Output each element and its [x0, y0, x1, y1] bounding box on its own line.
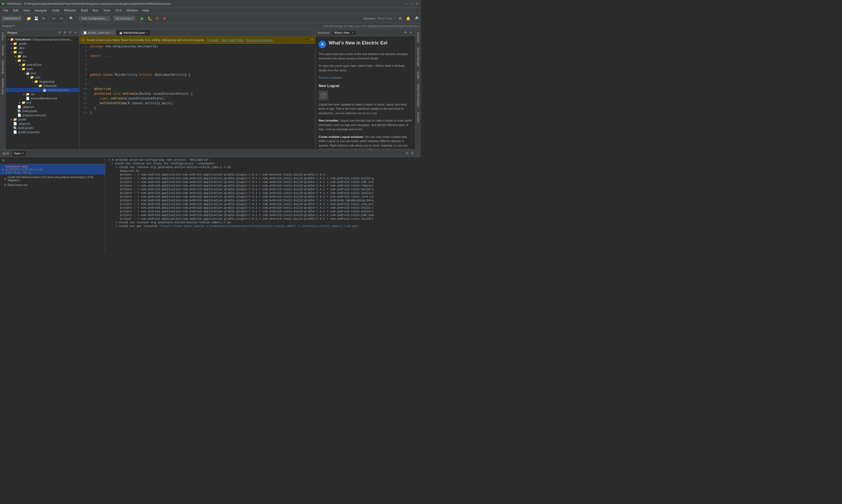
gradle-show-log-link[interactable]: Show Log in Explorer — [246, 38, 273, 41]
toolbar-save[interactable]: 💾 — [33, 15, 40, 22]
menu-edit[interactable]: Edit — [11, 8, 20, 13]
tree-item-gitignore-root[interactable]: 📄 .gitignore — [6, 122, 79, 126]
menu-file[interactable]: File — [1, 8, 10, 13]
project-gear-icon[interactable]: ⚙ — [57, 30, 62, 35]
tree-item-idea[interactable]: ▶ 📁 .idea — [6, 46, 79, 50]
tab-main-activity[interactable]: ☕ MainActivity.java ✕ — [116, 30, 151, 35]
code-editor[interactable]: 1 package com.dingjiaxiong.helloworld; 2… — [79, 44, 315, 149]
bottom-panel-sync-tab[interactable]: Sync ✕ — [12, 150, 26, 156]
menu-build[interactable]: Build — [79, 8, 90, 13]
tree-item-dingjiaxiong[interactable]: ▾ 📁 dingjiaxiong — [6, 79, 79, 84]
right-tab-gradle[interactable]: Gradle — [416, 69, 420, 81]
sidebar-tab-structure[interactable]: Structure — [1, 43, 5, 58]
tree-item-src[interactable]: ▾ 📁 src — [6, 58, 79, 62]
tree-root[interactable]: ▾ 📁 HelloWorld D:\DingJiaxiong\AndroidSt… — [6, 37, 79, 41]
right-tab-device-manager[interactable]: Device Manager — [416, 46, 420, 69]
build-maven-link[interactable]: https://repo.maven.apache.org/maven2/org… — [161, 224, 357, 228]
menu-help[interactable]: Help — [140, 8, 151, 13]
toolbar-redo[interactable]: ↪ — [58, 15, 65, 22]
menu-tools[interactable]: Tools — [101, 8, 113, 13]
assistant-tab-whats-new[interactable]: What's New ✕ — [332, 30, 356, 35]
build-filter-icon[interactable]: ☰ — [410, 151, 415, 156]
toolbar-sync[interactable]: ↻ — [40, 15, 47, 22]
tree-item-gradle-hidden[interactable]: ▶ 📁 .gradle — [6, 41, 79, 46]
tree-item-proguard[interactable]: 📄 proguard-rules.pro — [6, 113, 79, 117]
code-line-1: 1 package com.dingjiaxiong.helloworld; — [79, 45, 315, 50]
menu-code[interactable]: Code — [50, 8, 61, 13]
run-button[interactable]: ▶ — [139, 15, 146, 22]
project-close-icon[interactable]: ✕ — [73, 30, 78, 35]
tab-main-activity-close[interactable]: ✕ — [146, 31, 148, 34]
stop-button[interactable]: ■ — [161, 15, 168, 22]
right-tab-emulator[interactable]: Emulator — [416, 110, 420, 125]
build-refresh-icon[interactable]: ↻ — [405, 151, 409, 156]
debug-button[interactable]: 🐛 — [146, 15, 153, 22]
tree-item-test[interactable]: ▶ 📁 test — [6, 101, 79, 105]
project-expand-icon[interactable]: ⊞ — [62, 30, 67, 35]
build-more-icon[interactable]: ⋮ — [415, 151, 420, 156]
code-line-3: 3 import ...; — [79, 54, 315, 59]
menu-refactor[interactable]: Refactor — [62, 8, 78, 13]
tree-item-gitignore-app[interactable]: 📄 .gitignore — [6, 105, 79, 109]
assistant-read-browser-link[interactable]: Read in a browser — [319, 76, 342, 79]
tree-item-helloworld[interactable]: ▾ 📁 helloworld — [6, 84, 79, 88]
project-selector[interactable]: HelloWorld ▾ — [2, 16, 22, 21]
whats-new-link[interactable]: What's New — [377, 17, 392, 20]
toolbar-open[interactable]: 📁 — [25, 15, 32, 22]
tree-item-manifest[interactable]: 📄 AndroidManifest.xml — [6, 96, 79, 101]
sidebar-tab-bookmarks[interactable]: Bookmarks — [1, 58, 5, 76]
maximize-button[interactable]: □ — [410, 2, 414, 5]
assistant-settings-icon[interactable]: ⚙ — [403, 30, 408, 35]
tree-item-build-gradle-app[interactable]: 🐘 build.gradle — [6, 109, 79, 113]
toolbar-settings[interactable]: ⚙ — [397, 15, 404, 22]
sidebar-tab-build-variants[interactable]: Build Variants — [1, 76, 5, 96]
gradle-try-again-link[interactable]: Try Again — [207, 38, 219, 41]
tree-item-main[interactable]: ▾ 📁 main — [6, 67, 79, 71]
menu-view[interactable]: View — [21, 8, 32, 13]
menu-window[interactable]: Window — [124, 8, 140, 13]
toolbar-search[interactable]: 🔍 — [68, 15, 75, 22]
assistant-close-icon[interactable]: ✕ — [408, 30, 413, 35]
build-output-line-7: project : > com.android.application:com.… — [106, 180, 420, 184]
project-collapse-icon[interactable]: ⊟ — [68, 30, 72, 35]
tab-activity-main-close[interactable]: ✕ — [111, 31, 113, 34]
menu-run[interactable]: Run — [90, 8, 101, 13]
toolbar-search-everywhere[interactable]: 🔎 — [413, 15, 419, 22]
toolbar-undo[interactable]: ↩ — [51, 15, 57, 22]
tree-item-build-gradle-root[interactable]: 🐘 build.gradle — [6, 126, 79, 130]
tree-item-java[interactable]: ▾ ☕ java — [6, 71, 79, 75]
bottom-panel-build-label[interactable]: Build — [1, 151, 11, 156]
tree-item-mainactivity[interactable]: ☕ MainActivity.java — [6, 88, 79, 92]
menu-vcs[interactable]: VCS — [113, 8, 124, 13]
menubar: File Edit View Navigate Code Refactor Bu… — [0, 7, 421, 14]
tree-item-gradle-props[interactable]: 📄 gradle.properties — [6, 130, 79, 134]
assistant-label: Assistant: — [363, 17, 376, 20]
profile-button[interactable]: ⏱ — [154, 15, 161, 22]
devices-selector[interactable]: No Devices ▾ — [113, 16, 136, 21]
right-tab-assistant[interactable]: Assistant — [416, 30, 420, 45]
close-button[interactable]: ✕ — [415, 2, 419, 5]
build-left-refresh[interactable]: ↻ — [1, 158, 6, 163]
sync-tab-close[interactable]: ✕ — [22, 152, 24, 155]
build-item-error1[interactable]: ● Could not resolve project-1.0.5.pom (o… — [0, 175, 105, 183]
minimize-button[interactable]: — — [405, 2, 408, 5]
tab-activity-main[interactable]: 📄 activity_main.xml ✕ — [80, 30, 116, 35]
build-error1-text: Could not resolve project-1.0.5.pom (org… — [7, 176, 103, 182]
assistant-tab-close[interactable]: ✕ — [352, 31, 354, 34]
gradle-open-build-link[interactable]: Open 'Build' View — [221, 38, 244, 41]
build-output-panel[interactable]: > A problem occurred configuring root pr… — [105, 157, 421, 252]
build-item-error2[interactable]: ● Read timed out — [0, 183, 105, 187]
toolbar-notifications[interactable]: 🔔 — [405, 15, 412, 22]
menu-navigate[interactable]: Navigate — [33, 8, 49, 13]
sidebar-tab-project[interactable]: Project — [1, 30, 5, 42]
tree-item-androidtest[interactable]: ▶ 📁 androidTest — [6, 62, 79, 67]
tree-item-com[interactable]: ▾ 📁 com — [6, 75, 79, 79]
right-tab-device-file-explorer[interactable]: Device File Explorer — [416, 82, 420, 109]
tree-item-app[interactable]: ▾ 📁 app — [6, 50, 79, 54]
build-item-helloworld-failed[interactable]: ● HelloWorld: failed At 2023/2/26 11:09 … — [0, 164, 105, 175]
tree-item-gradle-folder[interactable]: ▶ 📁 gradle — [6, 117, 79, 122]
gradle-warning-close[interactable]: ✕ — [311, 38, 313, 41]
tree-item-res[interactable]: ▶ 📁 res — [6, 92, 79, 96]
tree-item-libs[interactable]: ▶ 📁 libs — [6, 54, 79, 58]
add-config-button[interactable]: Add Configuration... — [79, 16, 110, 21]
